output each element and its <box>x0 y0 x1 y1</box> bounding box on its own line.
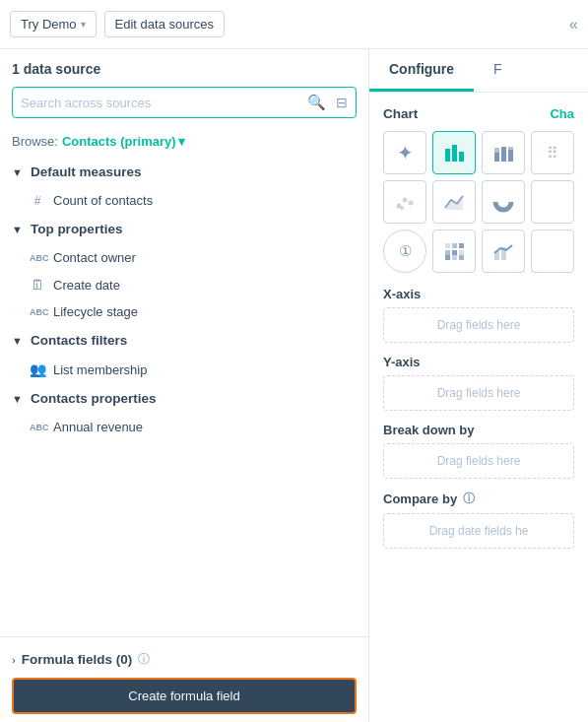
tab-configure-label: Configure <box>389 61 454 77</box>
compare-by-section: Compare by ⓘ Drag date fields he <box>383 491 574 549</box>
chart-type-donut[interactable] <box>482 180 525 224</box>
svg-point-14 <box>498 197 508 207</box>
list-item[interactable]: ABC Annual revenue <box>0 414 368 440</box>
heatmap-icon <box>443 241 465 261</box>
svg-point-10 <box>409 201 414 206</box>
chart-type-number[interactable]: ① <box>383 230 426 273</box>
right-panel: Configure F Chart Cha ✦ <box>369 49 588 722</box>
item-label-count-contacts: Count of contacts <box>53 193 153 208</box>
browse-link-label: Contacts (primary) <box>62 134 176 149</box>
browse-contacts-link[interactable]: Contacts (primary) ▾ <box>62 134 185 149</box>
try-demo-label: Try Demo <box>21 17 77 32</box>
item-label-contact-owner: Contact owner <box>53 250 136 265</box>
x-axis-placeholder: Drag fields here <box>437 318 521 332</box>
chart-section-label: Chart Cha <box>383 106 574 121</box>
collapse-panel-icon[interactable]: « <box>569 16 578 33</box>
y-axis-drag-zone[interactable]: Drag fields here <box>383 375 574 411</box>
chart-type-stacked-bar[interactable] <box>482 131 525 174</box>
try-demo-button[interactable]: Try Demo ▾ <box>10 11 97 37</box>
svg-rect-22 <box>452 255 457 260</box>
x-axis-drag-zone[interactable]: Drag fields here <box>383 307 574 343</box>
chevron-down-icon: ▼ <box>12 393 23 405</box>
chart-change-link[interactable]: Cha <box>550 106 574 121</box>
breakdown-drag-zone[interactable]: Drag fields here <box>383 443 574 479</box>
create-formula-field-button[interactable]: Create formula field <box>12 678 357 714</box>
section-header-default-measures[interactable]: ▼ Default measures <box>0 157 368 187</box>
chart-type-combo[interactable] <box>482 230 525 273</box>
donut-chart-icon <box>492 191 514 213</box>
chart-type-grid: ✦ <box>383 131 574 273</box>
svg-rect-6 <box>508 150 513 162</box>
chart-type-extra2[interactable] <box>531 180 574 224</box>
edit-data-label: Edit data sources <box>115 17 214 32</box>
breakdown-label: Break down by <box>383 423 574 437</box>
item-label-create-date: Create date <box>53 278 120 293</box>
filter-icon[interactable]: ⊟ <box>336 95 348 110</box>
list-item[interactable]: 👥 List membership <box>0 356 368 383</box>
section-title-default-measures: Default measures <box>31 164 142 179</box>
y-axis-label: Y-axis <box>383 355 574 369</box>
chart-type-bar[interactable] <box>432 131 476 174</box>
svg-rect-1 <box>452 145 457 162</box>
browse-chevron-icon: ▾ <box>178 134 185 149</box>
item-label-annual-revenue: Annual revenue <box>53 420 143 434</box>
combo-chart-icon <box>492 241 514 261</box>
area-chart-icon <box>443 192 465 212</box>
section-title-contacts-filters: Contacts filters <box>31 333 127 348</box>
edit-data-sources-button[interactable]: Edit data sources <box>104 11 225 37</box>
abc-icon: ABC <box>30 307 45 317</box>
compare-by-row: Compare by ⓘ <box>383 491 574 507</box>
search-input[interactable] <box>21 96 301 110</box>
tab-configure[interactable]: Configure <box>369 49 474 92</box>
compare-by-info-icon[interactable]: ⓘ <box>463 491 475 507</box>
section-header-top-properties[interactable]: ▼ Top properties <box>0 214 368 244</box>
chevron-down-icon: ▼ <box>12 335 23 347</box>
search-container: 🔍 ⊟ <box>12 87 357 118</box>
left-panel: 1 data source 🔍 ⊟ Browse: Contacts (prim… <box>0 49 369 722</box>
formula-fields-row[interactable]: › Formula fields (0) ⓘ <box>12 645 357 674</box>
formula-info-icon[interactable]: ⓘ <box>138 651 150 668</box>
section-header-contacts-filters[interactable]: ▼ Contacts filters <box>0 325 368 356</box>
list-item[interactable]: # Count of contacts <box>0 187 368 214</box>
compare-by-placeholder: Drag date fields he <box>429 524 529 538</box>
chart-type-extra1[interactable]: ⠿ <box>531 131 574 174</box>
chart-type-magic[interactable]: ✦ <box>383 131 426 174</box>
svg-rect-7 <box>508 147 513 150</box>
svg-rect-23 <box>459 255 464 260</box>
tree-section: ▼ Default measures # Count of contacts ▼… <box>0 157 368 636</box>
chart-type-scatter[interactable] <box>383 180 426 224</box>
tab-filters[interactable]: F <box>474 49 522 92</box>
section-header-contacts-properties[interactable]: ▼ Contacts properties <box>0 383 368 414</box>
chart-type-area[interactable] <box>432 180 476 224</box>
svg-rect-5 <box>501 147 506 162</box>
tabs-row: Configure F <box>369 49 588 93</box>
group-icon: 👥 <box>30 361 45 377</box>
abc-icon: ABC <box>30 423 45 432</box>
compare-by-label: Compare by <box>383 492 457 506</box>
y-axis-placeholder: Drag fields here <box>437 386 521 400</box>
data-source-count: 1 data source <box>12 61 357 77</box>
scatter-icon <box>394 192 416 212</box>
list-item[interactable]: ABC Lifecycle stage <box>0 298 368 325</box>
list-item[interactable]: 🗓 Create date <box>0 271 368 298</box>
tab-filters-label: F <box>493 61 502 77</box>
chart-label-text: Chart <box>383 106 418 121</box>
chart-type-heatmap[interactable] <box>432 230 476 273</box>
item-label-lifecycle-stage: Lifecycle stage <box>53 304 138 319</box>
x-axis-section: X-axis Drag fields here <box>383 287 574 343</box>
left-bottom: › Formula fields (0) ⓘ Create formula fi… <box>0 636 368 722</box>
section-title-contacts-properties: Contacts properties <box>31 391 157 406</box>
list-item[interactable]: ABC Contact owner <box>0 244 368 271</box>
browse-row: Browse: Contacts (primary) ▾ <box>0 126 368 157</box>
main-content: 1 data source 🔍 ⊟ Browse: Contacts (prim… <box>0 49 588 722</box>
breakdown-section: Break down by Drag fields here <box>383 423 574 479</box>
abc-icon: ABC <box>30 253 45 263</box>
chart-type-extra3[interactable] <box>531 230 574 273</box>
svg-rect-16 <box>452 243 457 248</box>
svg-rect-15 <box>445 243 450 248</box>
compare-by-drag-zone[interactable]: Drag date fields he <box>383 513 574 549</box>
bar-chart-icon <box>443 143 465 163</box>
top-bar: Try Demo ▾ Edit data sources « <box>0 0 588 49</box>
svg-point-11 <box>400 206 404 210</box>
calendar-icon: 🗓 <box>30 277 45 293</box>
